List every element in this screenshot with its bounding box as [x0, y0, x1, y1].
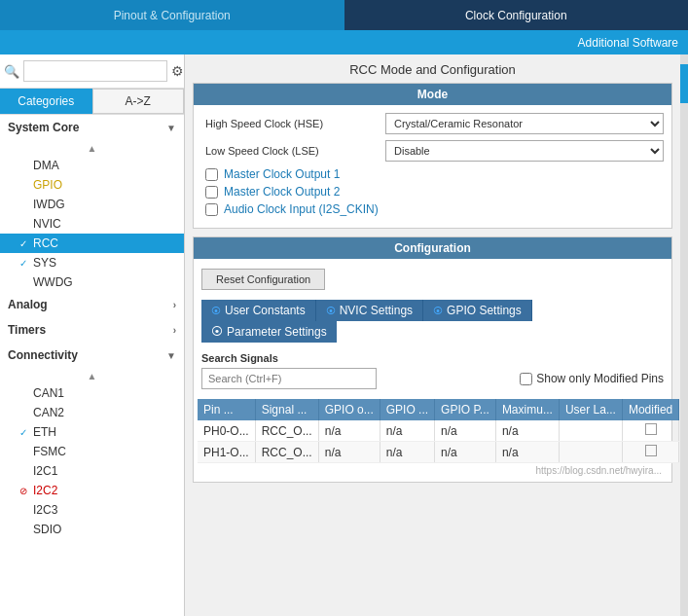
- section-analog[interactable]: Analog ›: [0, 292, 184, 317]
- tab-gpio-settings[interactable]: ⦿ GPIO Settings: [423, 300, 532, 321]
- td-gpio-1: n/a: [380, 442, 434, 463]
- gpio-settings-check-icon: ⦿: [433, 306, 443, 316]
- sidebar-item-i2c1[interactable]: I2C1: [0, 461, 184, 481]
- sidebar: 🔍 ⚙ Categories A->Z System Core ▼ ▲ DMA: [0, 54, 185, 616]
- audio-label: Audio Clock Input (I2S_CKIN): [224, 202, 379, 216]
- sidebar-item-sdio[interactable]: SDIO: [0, 520, 184, 539]
- tab-parameter-settings[interactable]: ⦿ Parameter Settings: [201, 321, 337, 343]
- config-panel: Configuration Reset Configuration ⦿ User…: [193, 236, 672, 483]
- search-signals-area: Search Signals Show only Modified Pins: [198, 348, 668, 399]
- sidebar-item-rcc[interactable]: ✓ RCC: [0, 234, 184, 253]
- nvic-settings-check-icon: ⦿: [326, 306, 336, 316]
- sidebar-item-nvic[interactable]: NVIC: [0, 214, 184, 234]
- mode-panel-body: High Speed Clock (HSE) Crystal/Ceramic R…: [194, 105, 671, 228]
- mco1-checkbox-row[interactable]: Master Clock Output 1: [201, 167, 664, 181]
- sidebar-item-can2[interactable]: CAN2: [0, 403, 184, 422]
- sidebar-scroll: System Core ▼ ▲ DMA GPIO IWDG NVIC ✓: [0, 115, 184, 616]
- th-max: Maximu...: [495, 399, 559, 420]
- scroll-up-connectivity[interactable]: ▲: [0, 368, 184, 383]
- section-timers[interactable]: Timers ›: [0, 317, 184, 343]
- tab-a-z[interactable]: A->Z: [92, 89, 185, 114]
- th-signal: Signal ...: [255, 399, 318, 420]
- search-signals-label: Search Signals: [201, 352, 664, 364]
- mco1-checkbox[interactable]: [205, 168, 218, 181]
- tab-pinout[interactable]: Pinout & Configuration: [0, 0, 344, 30]
- th-gpio-o: GPIO o...: [318, 399, 380, 420]
- td-pin-1: PH1-O...: [198, 442, 255, 463]
- section-connectivity[interactable]: Connectivity ▼: [0, 343, 184, 368]
- settings-icon[interactable]: ⚙: [171, 61, 184, 81]
- td-gpio-p-1: n/a: [435, 442, 496, 463]
- sidebar-item-gpio[interactable]: GPIO: [0, 175, 184, 195]
- lse-select[interactable]: Disable: [385, 140, 664, 162]
- mco2-checkbox[interactable]: [205, 186, 218, 199]
- td-user-1: [559, 442, 622, 463]
- scroll-up-system-core[interactable]: ▲: [0, 140, 184, 156]
- search-signals-input[interactable]: [201, 368, 377, 389]
- sidebar-item-dma[interactable]: DMA: [0, 156, 184, 175]
- td-max-1: n/a: [495, 442, 559, 463]
- td-modified-1: [622, 442, 678, 463]
- reset-config-button[interactable]: Reset Configuration: [201, 269, 325, 290]
- scrollbar-thumb[interactable]: [680, 64, 688, 103]
- td-gpio-p-0: n/a: [435, 420, 496, 442]
- signals-table: Pin ... Signal ... GPIO o... GPIO ... GP…: [198, 399, 679, 463]
- modified-checkbox-0: [645, 423, 657, 435]
- td-gpio-0: n/a: [380, 420, 434, 442]
- table-header-row: Pin ... Signal ... GPIO o... GPIO ... GP…: [198, 399, 679, 420]
- search-icon[interactable]: 🔍: [4, 61, 19, 81]
- rcc-title: RCC Mode and Configuration: [193, 62, 672, 77]
- sidebar-item-iwdg[interactable]: IWDG: [0, 195, 184, 214]
- th-modified: Modified: [622, 399, 678, 420]
- tab-user-constants[interactable]: ⦿ User Constants: [201, 300, 316, 321]
- mco1-label: Master Clock Output 1: [224, 167, 340, 181]
- section-system-core[interactable]: System Core ▼: [0, 115, 184, 140]
- sidebar-item-fsmc[interactable]: FSMC: [0, 442, 184, 461]
- sidebar-item-i2c2[interactable]: ⊘ I2C2: [0, 481, 184, 500]
- table-row: PH1-O... RCC_O... n/a n/a n/a n/a: [198, 442, 679, 463]
- search-input[interactable]: [23, 60, 167, 82]
- th-user: User La...: [559, 399, 622, 420]
- user-constants-check-icon: ⦿: [211, 306, 221, 316]
- mode-panel-header: Mode: [194, 84, 671, 105]
- hse-select[interactable]: Crystal/Ceramic Resonator: [385, 113, 664, 134]
- sidebar-item-i2c3[interactable]: I2C3: [0, 500, 184, 520]
- config-panel-body: Reset Configuration ⦿ User Constants ⦿ N…: [194, 259, 671, 482]
- content-scrollbar[interactable]: [680, 54, 688, 616]
- lse-row: Low Speed Clock (LSE) Disable: [201, 140, 664, 162]
- td-signal-1: RCC_O...: [255, 442, 318, 463]
- td-gpio-o-1: n/a: [318, 442, 380, 463]
- config-panel-header: Configuration: [194, 237, 671, 259]
- audio-checkbox-row[interactable]: Audio Clock Input (I2S_CKIN): [201, 202, 664, 216]
- modified-checkbox-1: [645, 445, 657, 456]
- mco2-label: Master Clock Output 2: [224, 185, 340, 199]
- settings-tabs-row2: ⦿ Parameter Settings: [201, 321, 664, 343]
- show-modified-row: Show only Modified Pins: [520, 372, 664, 385]
- sidebar-item-wwdg[interactable]: WWDG: [0, 272, 184, 292]
- lse-label: Low Speed Clock (LSE): [205, 145, 385, 157]
- td-signal-0: RCC_O...: [255, 420, 318, 442]
- main-layout: 🔍 ⚙ Categories A->Z System Core ▼ ▲ DMA: [0, 54, 688, 616]
- th-gpio: GPIO ...: [380, 399, 434, 420]
- tab-clock[interactable]: Clock Configuration: [344, 0, 689, 30]
- hse-label: High Speed Clock (HSE): [205, 118, 385, 129]
- tab-categories[interactable]: Categories: [0, 89, 92, 114]
- th-gpio-p: GPIO P...: [435, 399, 496, 420]
- chevron-timers: ›: [173, 325, 176, 336]
- show-modified-label: Show only Modified Pins: [536, 372, 664, 385]
- chevron-analog: ›: [173, 300, 176, 310]
- search-signals-row: Show only Modified Pins: [201, 368, 664, 389]
- additional-software-link[interactable]: Additional Software: [578, 36, 678, 50]
- show-modified-checkbox[interactable]: [520, 373, 532, 385]
- mco2-checkbox-row[interactable]: Master Clock Output 2: [201, 185, 664, 199]
- sidebar-item-sys[interactable]: ✓ SYS: [0, 253, 184, 272]
- th-pin: Pin ...: [198, 399, 255, 420]
- mode-panel: Mode High Speed Clock (HSE) Crystal/Cera…: [193, 83, 672, 229]
- sidebar-item-can1[interactable]: CAN1: [0, 383, 184, 403]
- chevron-connectivity: ▼: [166, 350, 176, 361]
- table-row: PH0-O... RCC_O... n/a n/a n/a n/a: [198, 420, 679, 442]
- content-area: RCC Mode and Configuration Mode High Spe…: [185, 54, 680, 616]
- tab-nvic-settings[interactable]: ⦿ NVIC Settings: [316, 300, 423, 321]
- audio-checkbox[interactable]: [205, 203, 218, 216]
- sidebar-item-eth[interactable]: ✓ ETH: [0, 422, 184, 442]
